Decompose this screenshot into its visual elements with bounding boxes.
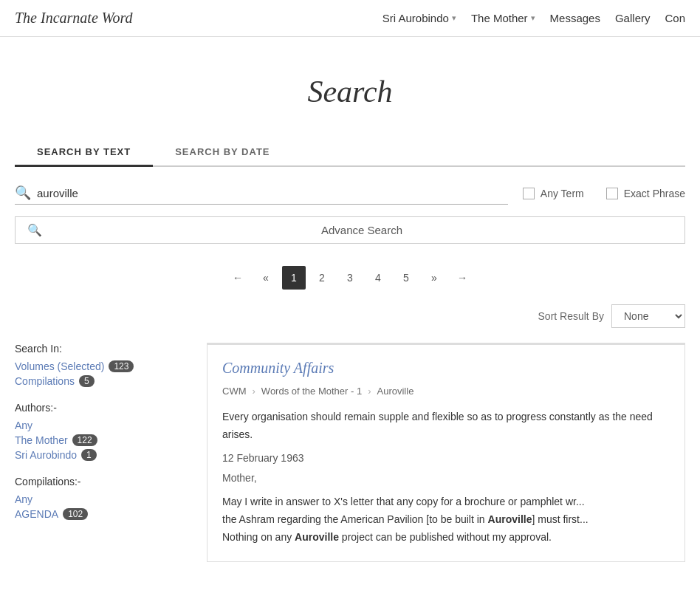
breadcrumb-cwm: CWM	[222, 386, 247, 397]
result-highlight-auroville-2: Auroville	[295, 531, 339, 543]
site-logo: The Incarnate Word	[15, 10, 382, 27]
any-term-checkbox[interactable]: Any Term	[523, 188, 584, 199]
breadcrumb-chevron-2: ›	[368, 386, 371, 397]
sidebar-compilations-any-link[interactable]: Any	[15, 493, 32, 505]
sidebar-search-in: Search In: Volumes (Selected) 123 Compil…	[15, 343, 192, 387]
sidebar-volumes-link[interactable]: Volumes (Selected)	[15, 360, 104, 372]
breadcrumb-auroville: Auroville	[377, 386, 414, 397]
checkbox-group: Any Term Exact Phrase	[523, 188, 685, 199]
result-card: Community Affairs CWM › Words of the Mot…	[207, 343, 685, 562]
search-tabs: SEARCH BY TEXT SEARCH BY DATE	[15, 139, 685, 167]
pagination-page-3[interactable]: 3	[338, 266, 362, 290]
pagination-page-5[interactable]: 5	[394, 266, 418, 290]
search-input-wrapper: 🔍	[15, 182, 508, 205]
advance-search-label: Advance Search	[51, 224, 673, 236]
pagination-first-arrow[interactable]: «	[254, 266, 278, 290]
breadcrumb: CWM › Words of the Mother - 1 › Aurovill…	[222, 386, 670, 397]
exact-phrase-checkbox-box[interactable]	[606, 188, 618, 199]
nav-gallery[interactable]: Gallery	[615, 12, 651, 24]
sidebar-author-the-mother[interactable]: The Mother 122	[15, 434, 192, 446]
sidebar-authors: Authors:- Any The Mother 122 Sri Aurobin…	[15, 402, 192, 461]
sidebar-search-in-title: Search In:	[15, 343, 192, 355]
nav-sri-aurobindo[interactable]: Sri Aurobindo ▾	[382, 12, 456, 24]
result-paragraph-2: May I write in answer to X's letter that…	[222, 493, 670, 546]
sidebar-compilations-any[interactable]: Any	[15, 493, 192, 505]
nav-the-mother-arrow: ▾	[531, 13, 535, 23]
sidebar-compilations-agenda[interactable]: AGENDA 102	[15, 508, 192, 520]
sidebar-author-sri-aurobindo[interactable]: Sri Aurobindo 1	[15, 449, 192, 461]
search-input[interactable]	[37, 187, 508, 199]
nav-sri-aurobindo-arrow: ▾	[452, 13, 456, 23]
advance-search-icon: 🔍	[27, 223, 42, 237]
sidebar: Search In: Volumes (Selected) 123 Compil…	[15, 343, 192, 562]
pagination-next-arrow[interactable]: →	[450, 266, 474, 290]
sidebar-author-sri-aurobindo-link[interactable]: Sri Aurobindo	[15, 449, 77, 461]
sidebar-author-the-mother-badge: 122	[72, 434, 97, 446]
result-title[interactable]: Community Affairs	[222, 360, 670, 377]
nav-messages[interactable]: Messages	[550, 12, 600, 24]
sort-row: Sort Result By None	[15, 304, 685, 328]
pagination-prev-arrow[interactable]: ←	[226, 266, 250, 290]
sidebar-author-the-mother-link[interactable]: The Mother	[15, 434, 68, 446]
header: The Incarnate Word Sri Aurobindo ▾ The M…	[0, 0, 700, 37]
breadcrumb-words-of-the-mother: Words of the Mother - 1	[261, 386, 362, 397]
search-input-row: 🔍 Any Term Exact Phrase	[15, 182, 685, 205]
sidebar-author-sri-aurobindo-badge: 1	[81, 449, 97, 461]
page-title: Search	[15, 74, 685, 109]
tab-search-by-date[interactable]: SEARCH BY DATE	[153, 139, 292, 167]
result-highlight-auroville-1: Auroville	[488, 513, 532, 525]
main-nav: Sri Aurobindo ▾ The Mother ▾ Messages Ga…	[382, 12, 685, 24]
pagination-last-arrow[interactable]: »	[422, 266, 446, 290]
nav-the-mother[interactable]: The Mother ▾	[471, 12, 535, 24]
sidebar-compilations[interactable]: Compilations 5	[15, 375, 192, 387]
sidebar-compilations-link[interactable]: Compilations	[15, 375, 75, 387]
sidebar-compilations-section-title: Compilations:-	[15, 476, 192, 487]
advance-search-bar[interactable]: 🔍 Advance Search	[15, 216, 685, 244]
pagination-page-4[interactable]: 4	[366, 266, 390, 290]
sidebar-compilations-agenda-link[interactable]: AGENDA	[15, 508, 58, 520]
sidebar-compilations-section: Compilations:- Any AGENDA 102	[15, 476, 192, 520]
pagination-page-2[interactable]: 2	[310, 266, 334, 290]
main-content: Search SEARCH BY TEXT SEARCH BY DATE 🔍 A…	[0, 37, 700, 577]
tab-search-by-text[interactable]: SEARCH BY TEXT	[15, 139, 153, 167]
pagination: ← « 1 2 3 4 5 » →	[15, 266, 685, 290]
sort-select[interactable]: None	[611, 304, 685, 328]
sort-label: Sort Result By	[538, 310, 604, 322]
result-text: Every organisation should remain supple …	[222, 408, 670, 547]
sidebar-compilations-agenda-badge: 102	[63, 508, 88, 520]
exact-phrase-checkbox[interactable]: Exact Phrase	[606, 188, 685, 199]
breadcrumb-chevron-1: ›	[253, 386, 255, 397]
search-icon: 🔍	[15, 185, 31, 201]
sidebar-volumes-badge: 123	[109, 360, 134, 372]
nav-con[interactable]: Con	[665, 12, 685, 24]
result-paragraph-1: Every organisation should remain supple …	[222, 408, 670, 444]
any-term-checkbox-box[interactable]	[523, 188, 535, 199]
sidebar-authors-title: Authors:-	[15, 402, 192, 414]
result-salutation: Mother,	[222, 470, 670, 487]
pagination-page-1[interactable]: 1	[282, 266, 306, 290]
sidebar-volumes[interactable]: Volumes (Selected) 123	[15, 360, 192, 372]
result-date: 12 February 1963	[222, 450, 670, 468]
sidebar-author-any-link[interactable]: Any	[15, 420, 32, 431]
sidebar-author-any[interactable]: Any	[15, 420, 192, 431]
content-layout: Search In: Volumes (Selected) 123 Compil…	[15, 343, 685, 562]
sidebar-compilations-badge: 5	[79, 375, 95, 387]
